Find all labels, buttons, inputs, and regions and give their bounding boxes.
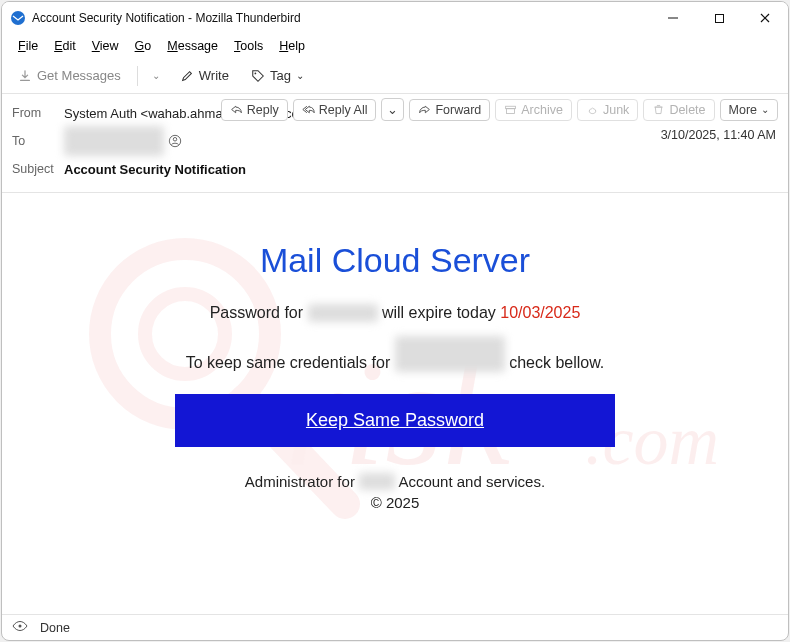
maximize-button[interactable] bbox=[696, 2, 742, 34]
get-messages-dropdown[interactable]: ⌄ bbox=[146, 66, 166, 85]
svg-point-7 bbox=[173, 138, 177, 142]
header-actions: Reply Reply All ⌄ Forward Archive Junk bbox=[221, 98, 778, 121]
menu-edit[interactable]: Edit bbox=[46, 37, 84, 55]
reply-button[interactable]: Reply bbox=[221, 99, 288, 121]
junk-button[interactable]: Junk bbox=[577, 99, 638, 121]
text: Account and services. bbox=[398, 473, 545, 490]
menubar: File Edit View Go Message Tools Help bbox=[2, 34, 788, 58]
archive-label: Archive bbox=[521, 103, 563, 117]
toolbar: Get Messages ⌄ Write Tag ⌄ bbox=[2, 58, 788, 94]
close-button[interactable] bbox=[742, 2, 788, 34]
reply-all-button[interactable]: Reply All bbox=[293, 99, 377, 121]
keep-password-button[interactable]: Keep Same Password bbox=[175, 394, 615, 447]
write-label: Write bbox=[199, 68, 229, 83]
expiry-date: 10/03/2025 bbox=[500, 304, 580, 321]
svg-rect-9 bbox=[507, 109, 515, 114]
more-button[interactable]: More ⌄ bbox=[720, 99, 778, 121]
text: check bellow. bbox=[509, 354, 604, 371]
text: Administrator for bbox=[245, 473, 359, 490]
from-label: From bbox=[12, 106, 64, 120]
to-label: To bbox=[12, 134, 64, 148]
message-body: risk .com Mail Cloud Server Password for… bbox=[2, 193, 788, 614]
junk-label: Junk bbox=[603, 103, 629, 117]
titlebar: Account Security Notification - Mozilla … bbox=[2, 2, 788, 34]
contact-icon[interactable] bbox=[168, 134, 182, 148]
svg-point-5 bbox=[254, 72, 256, 74]
minimize-button[interactable] bbox=[650, 2, 696, 34]
delete-label: Delete bbox=[669, 103, 705, 117]
archive-button[interactable]: Archive bbox=[495, 99, 572, 121]
menu-message[interactable]: Message bbox=[159, 37, 226, 55]
separator bbox=[137, 66, 138, 86]
reply-all-dropdown[interactable]: ⌄ bbox=[381, 98, 404, 121]
svg-point-15 bbox=[19, 625, 22, 628]
write-button[interactable]: Write bbox=[172, 64, 237, 87]
window-title: Account Security Notification - Mozilla … bbox=[32, 11, 301, 25]
mail-content: Mail Cloud Server Password for redacted … bbox=[42, 241, 748, 511]
redacted-text: red bbox=[359, 473, 395, 490]
forward-label: Forward bbox=[435, 103, 481, 117]
to-redacted: redacted recipient bbox=[64, 126, 164, 156]
mail-line-2: To keep same credentials for redacted do… bbox=[42, 336, 748, 372]
menu-file[interactable]: File bbox=[10, 37, 46, 55]
connection-icon[interactable] bbox=[12, 620, 28, 635]
delete-button[interactable]: Delete bbox=[643, 99, 714, 121]
reply-all-label: Reply All bbox=[319, 103, 368, 117]
subject-value: Account Security Notification bbox=[64, 162, 246, 177]
chevron-down-icon: ⌄ bbox=[761, 104, 769, 115]
text: To keep same credentials for bbox=[186, 354, 395, 371]
redacted-text: redacted domain bbox=[395, 336, 505, 372]
menu-help[interactable]: Help bbox=[271, 37, 313, 55]
subject-label: Subject bbox=[12, 162, 64, 176]
text: will expire today bbox=[382, 304, 500, 321]
svg-point-0 bbox=[11, 11, 25, 25]
mail-copyright: © 2025 bbox=[42, 494, 748, 511]
menu-view[interactable]: View bbox=[84, 37, 127, 55]
menu-tools[interactable]: Tools bbox=[226, 37, 271, 55]
get-messages-button[interactable]: Get Messages bbox=[10, 64, 129, 87]
thunderbird-icon bbox=[10, 10, 26, 26]
more-label: More bbox=[729, 103, 757, 117]
forward-button[interactable]: Forward bbox=[409, 99, 490, 121]
mail-foot-1: Administrator for red Account and servic… bbox=[42, 473, 748, 490]
svg-rect-2 bbox=[715, 14, 723, 22]
mail-title: Mail Cloud Server bbox=[42, 241, 748, 280]
text: Password for bbox=[210, 304, 308, 321]
message-date: 3/10/2025, 11:40 AM bbox=[661, 128, 776, 142]
chevron-down-icon: ⌄ bbox=[296, 70, 304, 81]
tag-label: Tag bbox=[270, 68, 291, 83]
to-value[interactable]: redacted recipient bbox=[64, 126, 182, 156]
tag-button[interactable]: Tag ⌄ bbox=[243, 64, 312, 87]
statusbar: Done bbox=[2, 614, 788, 640]
menu-go[interactable]: Go bbox=[127, 37, 160, 55]
get-messages-label: Get Messages bbox=[37, 68, 121, 83]
mail-line-1: Password for redacted will expire today … bbox=[42, 304, 748, 322]
redacted-text: redacted bbox=[308, 304, 378, 322]
message-headers: From System Auth <wahab.ahmad@qrilabs.co… bbox=[2, 94, 788, 193]
reply-label: Reply bbox=[247, 103, 279, 117]
status-text: Done bbox=[40, 621, 70, 635]
